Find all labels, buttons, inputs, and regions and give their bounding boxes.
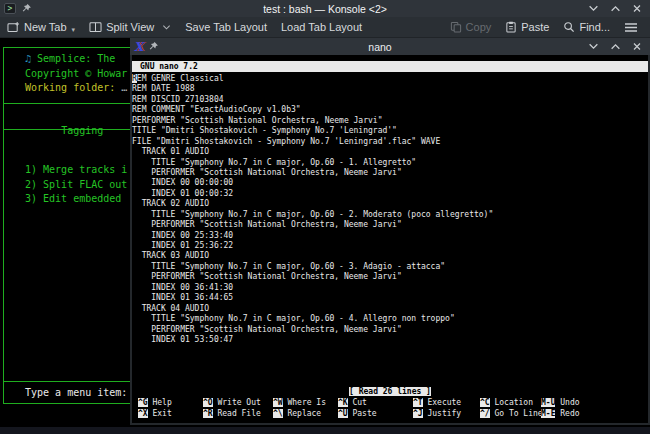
menu-prompt: Type a menu item: xyxy=(25,387,127,398)
nano-version: GNU nano 7.2 xyxy=(140,61,198,72)
minimize-button[interactable] xyxy=(588,4,599,13)
new-tab-icon xyxy=(7,21,20,33)
nano-line: TRACK 01 AUDIO xyxy=(132,147,648,157)
nano-shortcut: ^O Write Out xyxy=(203,398,273,409)
nano-shortcut: ^G Help xyxy=(138,398,203,409)
nano-shortcut: ^X Exit xyxy=(138,409,203,420)
nano-shortcut: ^T Execute xyxy=(413,398,480,409)
paste-button[interactable]: Paste xyxy=(498,17,556,37)
hamburger-icon xyxy=(624,22,638,33)
menu-item-2: 2) Split FLAC out xyxy=(25,179,127,190)
nano-line: INDEX 01 36:44:65 xyxy=(132,293,648,303)
nano-line: TRACK 04 AUDIO xyxy=(132,304,648,314)
new-tab-caret-icon[interactable]: ▾ xyxy=(72,26,76,34)
nano-titlebar[interactable]: X nano xyxy=(130,38,650,55)
pin-icon[interactable] xyxy=(148,41,159,52)
nano-shortcut: ^\ Replace xyxy=(273,409,338,420)
new-tab-button[interactable]: New Tab ▾ xyxy=(0,17,82,37)
nano-line: TITLE "Dmitri Shostakovich - Symphony No… xyxy=(132,126,648,136)
nano-window-title: nano xyxy=(250,41,510,53)
konsole-toolbar: New Tab ▾ Split View Save Tab Layout Loa… xyxy=(0,17,650,38)
nano-line: INDEX 01 53:50:47 xyxy=(132,335,648,345)
nano-line: PERFORMER "Scottish National Orchestra, … xyxy=(132,116,648,126)
split-view-caret-icon[interactable] xyxy=(162,23,171,31)
nano-line: FILE "Dmitri Shostakovich - Symphony No.… xyxy=(132,137,648,147)
menu-button[interactable] xyxy=(617,17,650,37)
close-button[interactable] xyxy=(632,42,642,51)
konsole-titlebar[interactable]: > test : bash — Konsole <2> xyxy=(0,0,650,17)
menu-item-1: 1) Merge tracks i xyxy=(25,164,127,175)
nano-line: PERFORMER "Scottish National Orchestra, … xyxy=(132,168,648,178)
nano-buffer: REM GENRE ClassicalREM DATE 1988REM DISC… xyxy=(132,72,648,345)
nano-line: PERFORMER "Scottish National Orchestra, … xyxy=(132,325,648,335)
tui-tab-tagging: Tagging xyxy=(61,125,103,136)
nano-line: TITLE "Symphony No.7 in C major, Op.60 -… xyxy=(132,158,648,168)
nano-line: INDEX 00 00:00:00 xyxy=(132,178,648,188)
nano-shortcut: ^/ Go To Line xyxy=(480,409,541,420)
app-banner-line2: Copyright © Howar xyxy=(25,68,127,79)
menu-item-3: 3) Edit embedded xyxy=(25,193,127,204)
nano-line: INDEX 01 25:36:22 xyxy=(132,241,648,251)
nano-line: REM COMMENT "ExactAudioCopy v1.0b3" xyxy=(132,105,648,115)
nano-shortcut: ^J Justify xyxy=(413,409,480,420)
maximize-button[interactable] xyxy=(610,4,621,13)
text-cursor: R xyxy=(132,74,137,83)
nano-shortcut: ^U Paste xyxy=(338,409,413,420)
nano-file-path: /home/hjr/.local/share/semplice2/tmp/tmp… xyxy=(282,84,537,93)
nano-line: INDEX 00 36:41:30 xyxy=(132,283,648,293)
save-tab-layout-button[interactable]: Save Tab Layout xyxy=(178,17,274,37)
nano-line: TITLE "Symphony No.7 in C major, Op.60 -… xyxy=(132,314,648,324)
nano-window: X nano GNU nano 7.2 /home/hjr/.local/sha… xyxy=(130,38,650,425)
nano-shortcut-bar: ^G Help^O Write Out^W Where Is^K Cut^T E… xyxy=(138,398,646,419)
maximize-button[interactable] xyxy=(610,42,621,51)
find-button[interactable]: Find... xyxy=(556,17,617,37)
minimize-button[interactable] xyxy=(588,42,599,51)
nano-line: PERFORMER "Scottish National Orchestra, … xyxy=(132,220,648,230)
copy-icon xyxy=(450,21,462,33)
pin-icon[interactable] xyxy=(21,3,32,14)
search-icon xyxy=(563,21,575,33)
xterm-app-icon: X xyxy=(134,41,143,53)
nano-shortcut: ^W Where Is xyxy=(273,398,338,409)
working-folder-line: Working folder: … xyxy=(25,82,127,93)
nano-shortcut: ^R Read File xyxy=(203,409,273,420)
nano-line: TITLE "Symphony No.7 in C major, Op.60 -… xyxy=(132,210,648,220)
paste-icon xyxy=(505,21,517,33)
desktop: > test : bash — Konsole <2> New Tab ▾ xyxy=(0,0,650,434)
copy-button[interactable]: Copy xyxy=(443,17,499,37)
split-view-button[interactable]: Split View xyxy=(82,17,178,37)
nano-shortcut: M-U Undo xyxy=(541,398,646,409)
load-tab-layout-button[interactable]: Load Tab Layout xyxy=(274,17,369,37)
app-banner-line1: ♫ Semplice: The xyxy=(25,53,115,64)
window-title: test : bash — Konsole <2> xyxy=(140,3,510,15)
nano-line: INDEX 01 00:00:32 xyxy=(132,189,648,199)
nano-editor[interactable]: GNU nano 7.2 /home/hjr/.local/share/semp… xyxy=(132,55,648,423)
nano-line: TITLE "Symphony No.7 in C major, Op.60 -… xyxy=(132,262,648,272)
nano-status-bar: [ Read 26 lines ] xyxy=(132,386,648,397)
konsole-app-icon: > xyxy=(4,3,16,14)
window-bottom-edge xyxy=(0,427,650,434)
nano-shortcut: M-E Redo xyxy=(541,409,646,420)
nano-shortcut: ^K Cut xyxy=(338,398,413,409)
nano-line: PERFORMER "Scottish National Orchestra, … xyxy=(132,272,648,282)
nano-header-bar: GNU nano 7.2 /home/hjr/.local/share/semp… xyxy=(132,61,648,72)
nano-line: TRACK 03 AUDIO xyxy=(132,251,648,261)
nano-line: INDEX 00 25:33:40 xyxy=(132,231,648,241)
split-view-icon xyxy=(89,21,102,33)
close-button[interactable] xyxy=(632,4,642,13)
nano-shortcut: ^C Location xyxy=(480,398,541,409)
nano-line: TRACK 02 AUDIO xyxy=(132,199,648,209)
